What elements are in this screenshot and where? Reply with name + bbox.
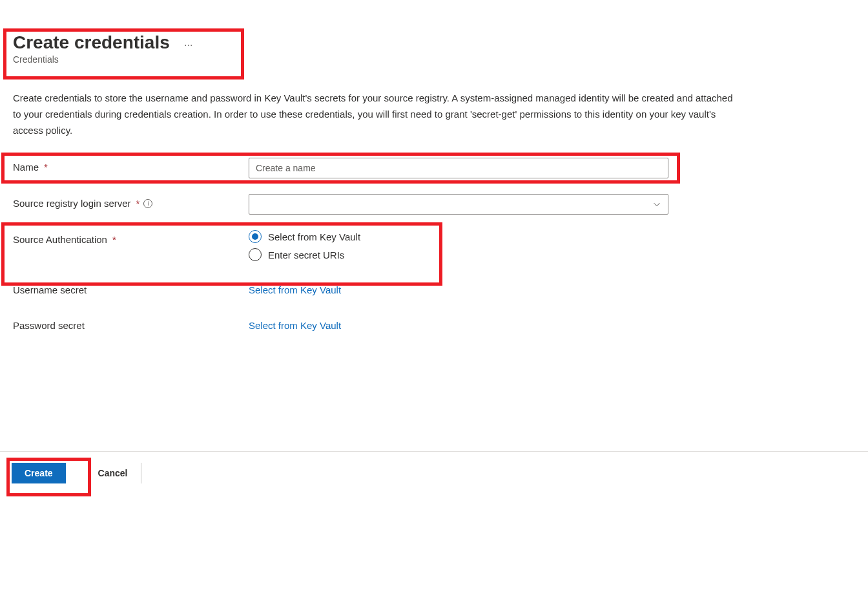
radio-unselected-icon: [249, 248, 262, 261]
login-server-label: Source registry login server* i: [13, 194, 249, 209]
password-secret-link[interactable]: Select from Key Vault: [249, 316, 341, 331]
username-secret-label: Username secret: [13, 281, 249, 295]
footer-divider: [0, 451, 868, 452]
create-button[interactable]: Create: [12, 463, 66, 483]
required-indicator: *: [112, 234, 116, 245]
cancel-button[interactable]: Cancel: [85, 463, 141, 483]
info-icon[interactable]: i: [143, 199, 152, 208]
description-text: Create credentials to store the username…: [0, 65, 868, 158]
username-secret-link[interactable]: Select from Key Vault: [249, 281, 341, 295]
chevron-down-icon: [652, 200, 661, 209]
auth-option-uris[interactable]: Enter secret URIs: [249, 248, 668, 261]
auth-option-keyvault[interactable]: Select from Key Vault: [249, 230, 668, 243]
name-input[interactable]: [249, 158, 668, 178]
login-server-select[interactable]: [249, 194, 668, 215]
password-secret-label: Password secret: [13, 316, 249, 331]
source-auth-label: Source Authentication*: [13, 230, 249, 245]
auth-option-label: Select from Key Vault: [268, 231, 360, 242]
radio-selected-icon: [249, 230, 262, 243]
page-title: Create credentials: [13, 32, 170, 53]
required-indicator: *: [44, 162, 48, 173]
more-menu-button[interactable]: …: [181, 35, 196, 50]
required-indicator: *: [136, 198, 140, 209]
page-subtitle: Credentials: [13, 54, 868, 65]
auth-option-label: Enter secret URIs: [268, 249, 344, 260]
name-label: Name*: [13, 158, 249, 173]
